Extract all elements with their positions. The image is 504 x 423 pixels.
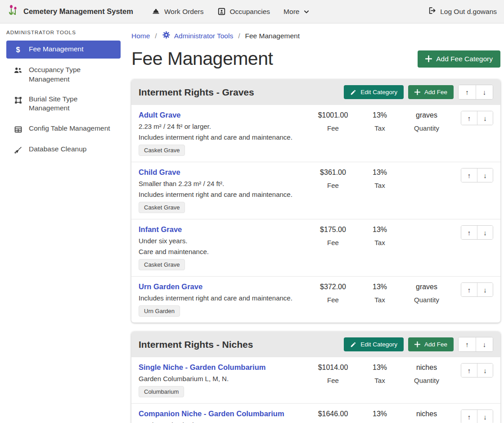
edit-category-label: Edit Category [360, 341, 397, 348]
fee-amount-label: Fee [308, 296, 358, 304]
move-fee-down-button[interactable]: ↓ [477, 226, 493, 239]
move-fee-down-button[interactable]: ↓ [477, 283, 493, 296]
move-category-down-button[interactable]: ↓ [476, 85, 493, 99]
move-category-up-button[interactable]: ↑ [459, 85, 476, 99]
add-fee-label: Add Fee [424, 341, 447, 348]
move-category-down-button[interactable]: ↓ [476, 337, 493, 351]
plus-icon [425, 55, 432, 62]
quantity-label: Quantity [401, 296, 452, 304]
main-content: Home / [126, 23, 504, 423]
fee-name-link[interactable]: Child Grave [139, 168, 180, 177]
app-brand[interactable]: Cemetery Management System [7, 4, 133, 19]
sidebar-item-label: Burial Site Type Management [29, 95, 116, 113]
fee-description: Smaller than 2.23 m² / 24 ft². [139, 180, 308, 187]
breadcrumb: Home / [131, 30, 500, 47]
tax-label: Tax [358, 182, 401, 189]
category-reorder-group: ↑ ↓ [458, 337, 493, 352]
tax-label: Tax [358, 377, 401, 384]
breadcrumb-admin-tools-label: Administrator Tools [174, 32, 234, 40]
add-fee-button[interactable]: Add Fee [408, 85, 454, 99]
tax-column: 13% Tax [358, 409, 401, 423]
fee-descriptions: Garden Columbarium L, M, N. [139, 375, 308, 382]
category-reorder-group: ↑ ↓ [458, 85, 493, 100]
nav-work-orders[interactable]: Work Orders [152, 7, 204, 16]
edit-category-button[interactable]: Edit Category [344, 85, 404, 99]
fee-description: Includes interment right and care and ma… [139, 133, 308, 141]
fee-row: Urn Garden Grave Includes interment righ… [131, 276, 500, 323]
tax-value: 13% [358, 363, 401, 372]
sidebar-item-label: Fee Management [29, 45, 84, 54]
people-icon [14, 66, 22, 74]
fee-row-actions: ↑ ↓ [452, 409, 495, 423]
add-fee-button[interactable]: Add Fee [408, 337, 454, 351]
fee-name-link[interactable]: Companion Niche - Garden Columbarium [139, 409, 284, 418]
fee-name-link[interactable]: Urn Garden Grave [139, 282, 202, 291]
breadcrumb-current: Fee Management [245, 32, 300, 40]
move-fee-down-button[interactable]: ↓ [477, 111, 493, 125]
fee-amount-column: $1014.00 Fee [308, 363, 358, 384]
quantity-column [401, 168, 452, 173]
nav-occupancies[interactable]: Occupancies [217, 7, 270, 16]
edit-category-button[interactable]: Edit Category [344, 337, 404, 351]
move-fee-up-button[interactable]: ↑ [461, 168, 477, 182]
move-fee-up-button[interactable]: ↑ [461, 226, 477, 239]
fee-reorder-group: ↑ ↓ [461, 409, 493, 423]
move-fee-up-button[interactable]: ↑ [461, 283, 477, 296]
fee-amount: $372.00 [308, 282, 358, 291]
fee-reorder-group: ↑ ↓ [461, 363, 493, 378]
move-fee-down-button[interactable]: ↓ [477, 168, 493, 182]
tax-label: Tax [358, 239, 401, 246]
gear-icon [162, 31, 171, 41]
page-header: Fee Management Add Fee Category [131, 47, 500, 79]
sidebar-item-label: Database Cleanup [29, 145, 86, 154]
move-fee-up-button[interactable]: ↑ [461, 410, 477, 423]
sidebar-item-database-cleanup[interactable]: Database Cleanup [6, 141, 121, 159]
category-body: Single Niche - Garden Columbarium Garden… [131, 357, 500, 423]
fee-main: Single Niche - Garden Columbarium Garden… [139, 363, 308, 397]
fee-name-link[interactable]: Adult Grave [139, 111, 181, 119]
pencil-icon [350, 89, 356, 96]
move-fee-up-button[interactable]: ↑ [461, 111, 477, 125]
category-title: Interment Rights - Graves [139, 87, 339, 98]
fee-reorder-group: ↑ ↓ [461, 111, 493, 125]
sidebar-item-occupancy-type-management[interactable]: Occupancy Type Management [6, 61, 121, 88]
fee-description: Includes interment right and care and ma… [139, 191, 308, 198]
fee-description: Under six years. [139, 237, 308, 245]
tax-value: 13% [358, 168, 401, 177]
sidebar-item-burial-site-type-management[interactable]: Burial Site Type Management [6, 91, 121, 117]
tax-value: 13% [358, 282, 401, 291]
table-icon [14, 124, 22, 134]
breadcrumb-home-link[interactable]: Home [131, 32, 150, 40]
fee-main: Urn Garden Grave Includes interment righ… [139, 282, 308, 317]
sidebar-item-config-table-management[interactable]: Config Table Management [6, 120, 121, 138]
fee-type-badge: Casket Grave [139, 145, 185, 156]
tax-column: 13% Tax [358, 111, 401, 132]
fee-amount-column: $361.00 Fee [308, 168, 358, 189]
sidebar-item-label: Config Table Management [29, 124, 110, 133]
quantity-unit: graves [401, 282, 452, 291]
fee-name-link[interactable]: Infant Grave [139, 225, 182, 234]
move-fee-down-button[interactable]: ↓ [477, 410, 493, 423]
plus-icon [414, 341, 420, 347]
move-category-up-button[interactable]: ↑ [459, 337, 476, 351]
fee-main: Adult Grave 2.23 m² / 24 ft² or larger.I… [139, 111, 308, 156]
app-title: Cemetery Management System [23, 7, 133, 16]
fee-description: Includes interment right and care and ma… [139, 294, 308, 302]
quantity-unit: niches [401, 409, 452, 418]
sidebar-item-fee-management[interactable]: $ Fee Management [6, 41, 121, 59]
breadcrumb-admin-tools-link[interactable]: Administrator Tools [162, 31, 234, 41]
fee-reorder-group: ↑ ↓ [461, 225, 493, 240]
fee-row-actions: ↑ ↓ [452, 111, 495, 125]
add-fee-category-button[interactable]: Add Fee Category [418, 50, 500, 68]
breadcrumb-separator: / [155, 32, 157, 40]
page-layout: Administrator Tools $ Fee Management Occ… [0, 23, 504, 423]
move-fee-up-button[interactable]: ↑ [461, 364, 477, 377]
logout-button[interactable]: Log Out d.gowans [428, 6, 497, 17]
categories-container: Interment Rights - Graves Edit Category … [131, 79, 500, 423]
fee-descriptions: 2.23 m² / 24 ft² or larger.Includes inte… [139, 123, 308, 141]
nav-more[interactable]: More [284, 8, 310, 16]
tax-value: 13% [358, 111, 401, 120]
move-fee-down-button[interactable]: ↓ [477, 364, 493, 377]
fee-name-link[interactable]: Single Niche - Garden Columbarium [139, 363, 266, 372]
tax-column: 13% Tax [358, 225, 401, 246]
